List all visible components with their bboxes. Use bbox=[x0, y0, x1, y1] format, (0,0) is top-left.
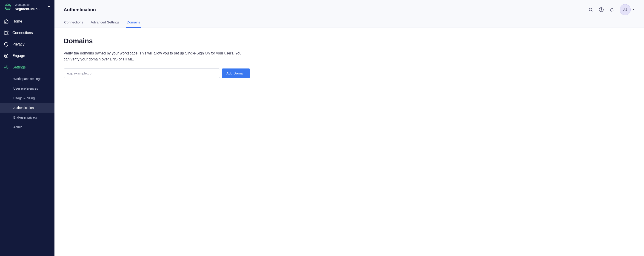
workspace-label: Workspace bbox=[15, 3, 44, 7]
domain-input[interactable] bbox=[64, 68, 220, 78]
user-menu[interactable]: AJ bbox=[620, 4, 635, 15]
sub-nav-authentication[interactable]: Authentication bbox=[0, 103, 54, 112]
search-button[interactable] bbox=[588, 7, 594, 12]
tabs: Connections Advanced Settings Domains bbox=[54, 17, 644, 28]
avatar: AJ bbox=[620, 4, 631, 15]
svg-point-11 bbox=[601, 10, 602, 11]
notifications-button[interactable] bbox=[609, 7, 614, 12]
svg-point-2 bbox=[4, 31, 5, 32]
section-title: Domains bbox=[64, 37, 298, 45]
sidebar-item-settings[interactable]: Settings bbox=[0, 62, 54, 73]
sub-nav-end-user-privacy[interactable]: End-user privacy bbox=[0, 112, 54, 122]
workspace-info: Workspace Segment-Muh... bbox=[15, 3, 44, 11]
sub-nav-usage-billing[interactable]: Usage & billing bbox=[0, 93, 54, 103]
shield-icon bbox=[4, 42, 9, 47]
topbar-actions: AJ bbox=[588, 4, 635, 15]
svg-point-5 bbox=[7, 34, 8, 35]
svg-point-6 bbox=[6, 55, 7, 56]
chevron-down-icon bbox=[47, 4, 51, 9]
segment-logo-icon bbox=[4, 3, 12, 11]
sub-nav-user-preferences[interactable]: User preferences bbox=[0, 84, 54, 93]
settings-sub-nav: Workspace settings User preferences Usag… bbox=[0, 73, 54, 132]
sidebar-item-privacy[interactable]: Privacy bbox=[0, 38, 54, 50]
sub-nav-workspace-settings[interactable]: Workspace settings bbox=[0, 74, 54, 84]
search-icon bbox=[588, 7, 593, 12]
workspace-name: Segment-Muh... bbox=[15, 7, 44, 11]
svg-point-3 bbox=[7, 31, 8, 32]
home-icon bbox=[4, 19, 9, 24]
nav-label: Privacy bbox=[12, 42, 24, 46]
svg-point-9 bbox=[589, 8, 592, 11]
main-area: Authentication AJ Co bbox=[54, 0, 644, 256]
svg-point-7 bbox=[4, 54, 8, 58]
sidebar-item-engage[interactable]: Engage bbox=[0, 50, 54, 62]
sidebar: Workspace Segment-Muh... Home Connection… bbox=[0, 0, 54, 256]
primary-nav: Home Connections Privacy Engage Settings bbox=[0, 14, 54, 73]
section-description: Verify the domains owned by your workspa… bbox=[64, 50, 248, 62]
bell-icon bbox=[610, 7, 614, 12]
engage-icon bbox=[4, 53, 9, 58]
workspace-switcher[interactable]: Workspace Segment-Muh... bbox=[0, 0, 54, 14]
page-title: Authentication bbox=[64, 7, 96, 12]
tab-advanced-settings[interactable]: Advanced Settings bbox=[90, 17, 120, 28]
add-domain-button[interactable]: Add Domain bbox=[222, 68, 250, 78]
sidebar-item-home[interactable]: Home bbox=[0, 16, 54, 27]
gear-icon bbox=[4, 65, 9, 70]
help-icon bbox=[599, 7, 604, 12]
topbar: Authentication AJ Co bbox=[54, 0, 644, 28]
nav-label: Connections bbox=[12, 31, 33, 35]
connections-icon bbox=[4, 30, 9, 36]
tab-domains[interactable]: Domains bbox=[126, 17, 141, 28]
topbar-upper: Authentication AJ bbox=[54, 0, 644, 17]
svg-point-4 bbox=[4, 34, 5, 35]
sidebar-item-connections[interactable]: Connections bbox=[0, 27, 54, 38]
sub-nav-admin[interactable]: Admin bbox=[0, 122, 54, 132]
help-button[interactable] bbox=[598, 7, 604, 12]
nav-label: Engage bbox=[12, 54, 25, 58]
chevron-down-icon bbox=[632, 8, 635, 12]
svg-point-8 bbox=[6, 67, 7, 68]
nav-label: Home bbox=[12, 19, 22, 24]
domain-form: Add Domain bbox=[64, 68, 298, 78]
nav-label: Settings bbox=[12, 65, 26, 70]
content: Domains Verify the domains owned by your… bbox=[54, 28, 307, 87]
tab-connections[interactable]: Connections bbox=[64, 17, 84, 28]
